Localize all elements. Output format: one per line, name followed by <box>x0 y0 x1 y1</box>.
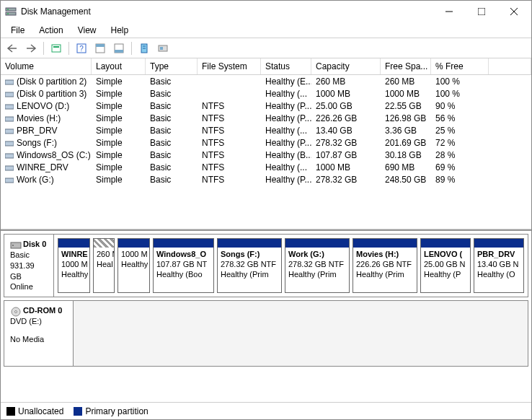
cell-type: Basic <box>146 76 198 87</box>
partition-body: Windows8_O107.87 GB NTHealthy (Boo <box>154 248 213 281</box>
partition-block[interactable]: 1000 MHealthy <box>118 238 150 293</box>
cell-layout: Simple <box>92 162 146 173</box>
toolbar-separator <box>68 42 69 55</box>
cell-percentfree: 72 % <box>431 137 489 149</box>
table-row[interactable]: Songs (F:)SimpleBasicNTFSHealthy (P...27… <box>1 136 531 149</box>
cell-capacity: 107.87 GB <box>311 149 381 161</box>
col-filesystem[interactable]: File System <box>198 58 261 74</box>
primary-swatch-icon <box>74 407 82 416</box>
table-row[interactable]: LENOVO (D:)SimpleBasicNTFSHealthy (P...2… <box>1 100 531 112</box>
menu-file[interactable]: File <box>4 24 32 37</box>
cell-volume: Windows8_OS (C:) <box>1 149 92 161</box>
partition-header <box>285 239 349 248</box>
settings-icon[interactable] <box>154 40 172 56</box>
svg-rect-29 <box>5 178 14 183</box>
cell-volume: Songs (F:) <box>1 137 92 149</box>
disk-id: Disk 0 <box>23 240 46 248</box>
cell-percentfree: 100 % <box>431 88 489 100</box>
cell-free: 260 MB <box>381 76 431 87</box>
volume-name: WINRE_DRV <box>17 162 68 172</box>
refresh-icon[interactable] <box>48 40 65 56</box>
cell-type: Basic <box>146 137 198 149</box>
volume-list: Volume Layout Type File System Status Ca… <box>1 58 531 229</box>
minimize-button[interactable] <box>433 1 465 22</box>
partition-header <box>94 239 114 248</box>
disk-map: Disk 0Basic931.39 GBOnlineWINRE1000 MHea… <box>1 229 531 402</box>
view-bottom-icon[interactable] <box>110 40 128 56</box>
col-type[interactable]: Type <box>146 58 198 74</box>
partition-body: 1000 MHealthy <box>118 248 149 272</box>
svg-rect-22 <box>5 92 14 97</box>
table-row[interactable]: Work (G:)SimpleBasicNTFSHealthy (P...278… <box>1 173 531 185</box>
cell-percentfree: 28 % <box>431 149 489 161</box>
cell-volume: PBR_DRV <box>1 125 92 136</box>
legend-primary-label: Primary partition <box>85 406 148 416</box>
properties-icon[interactable] <box>136 40 153 56</box>
drive-icon <box>5 152 14 159</box>
volume-name: Songs (F:) <box>17 138 57 148</box>
table-row[interactable]: Movies (H:)SimpleBasicNTFSHealthy (P...2… <box>1 112 531 124</box>
partition-block[interactable]: WINRE1000 MHealthy <box>58 238 90 293</box>
col-layout[interactable]: Layout <box>92 58 146 74</box>
cell-capacity: 278.32 GB <box>311 174 381 185</box>
col-volume[interactable]: Volume <box>1 58 92 74</box>
cell-volume: Movies (H:) <box>1 113 92 124</box>
partition-size: 278.32 GB NTF <box>221 260 278 270</box>
menu-help[interactable]: Help <box>104 24 136 37</box>
svg-rect-5 <box>478 8 485 15</box>
help-icon[interactable]: ? <box>73 40 90 56</box>
partition-size: 278.32 GB NTF <box>288 260 346 270</box>
cell-type: Basic <box>146 113 198 124</box>
menu-view[interactable]: View <box>71 24 104 37</box>
table-row[interactable]: (Disk 0 partition 2)SimpleBasicHealthy (… <box>1 75 531 87</box>
legend-unallocated: Unallocated <box>6 406 63 416</box>
col-status[interactable]: Status <box>261 58 311 74</box>
partition-block[interactable]: PBR_DRV13.40 GB NHealthy (O <box>474 238 524 293</box>
col-capacity[interactable]: Capacity <box>311 58 381 74</box>
disk-row: CD-ROM 0DVD (E:)No Media <box>4 300 528 367</box>
partition-status: Healthy (O <box>477 270 520 280</box>
empty-strip <box>77 305 524 362</box>
table-row[interactable]: Windows8_OS (C:)SimpleBasicNTFSHealthy (… <box>1 149 531 161</box>
back-button[interactable] <box>4 40 21 56</box>
cell-filesystem: NTFS <box>198 113 261 124</box>
table-row[interactable]: PBR_DRVSimpleBasicNTFSHealthy (...13.40 … <box>1 124 531 136</box>
cell-volume: (Disk 0 partition 2) <box>1 76 92 87</box>
partition-block[interactable]: Windows8_O107.87 GB NTHealthy (Boo <box>153 238 214 293</box>
cell-type: Basic <box>146 174 198 185</box>
maximize-button[interactable] <box>465 1 497 22</box>
cell-capacity: 1000 MB <box>311 162 381 173</box>
cell-filesystem: NTFS <box>198 174 261 185</box>
partition-block[interactable]: Work (G:)278.32 GB NTFHealthy (Prim <box>285 238 350 293</box>
cell-free: 248.50 GB <box>381 174 431 185</box>
disk-info[interactable]: CD-ROM 0DVD (E:)No Media <box>4 301 74 366</box>
partition-size: 1000 M <box>121 250 146 260</box>
partition-size: 1000 M <box>61 260 87 270</box>
col-percentfree[interactable]: % Free <box>431 58 489 74</box>
partition-block[interactable]: Songs (F:)278.32 GB NTFHealthy (Prim <box>217 238 282 293</box>
partition-block[interactable]: LENOVO (25.00 GB NHealthy (P <box>420 238 471 293</box>
menu-action[interactable]: Action <box>32 24 70 37</box>
col-empty <box>489 58 531 74</box>
drive-icon <box>5 90 14 97</box>
cell-layout: Simple <box>92 113 146 124</box>
partition-body: PBR_DRV13.40 GB NHealthy (O <box>474 248 523 281</box>
partition-header <box>353 239 417 248</box>
cell-type: Basic <box>146 125 198 136</box>
partition-block[interactable]: Movies (H:)226.26 GB NTFHealthy (Prim <box>353 238 417 293</box>
table-row[interactable]: (Disk 0 partition 3)SimpleBasicHealthy (… <box>1 87 531 100</box>
view-top-icon[interactable] <box>92 40 109 56</box>
forward-button[interactable] <box>22 40 40 56</box>
partition-block[interactable]: 260 MHeal <box>93 238 115 293</box>
col-free[interactable]: Free Spa... <box>381 58 431 74</box>
svg-point-2 <box>7 9 9 10</box>
cell-type: Basic <box>146 162 198 173</box>
disk-info[interactable]: Disk 0Basic931.39 GBOnline <box>4 235 54 297</box>
svg-rect-28 <box>5 166 14 170</box>
svg-rect-27 <box>5 154 14 158</box>
cell-free: 201.69 GB <box>381 137 431 149</box>
partition-size: 226.26 GB NTF <box>356 260 414 270</box>
table-row[interactable]: WINRE_DRVSimpleBasicNTFSHealthy (...1000… <box>1 161 531 173</box>
close-button[interactable] <box>497 1 530 22</box>
partition-header <box>218 239 281 248</box>
